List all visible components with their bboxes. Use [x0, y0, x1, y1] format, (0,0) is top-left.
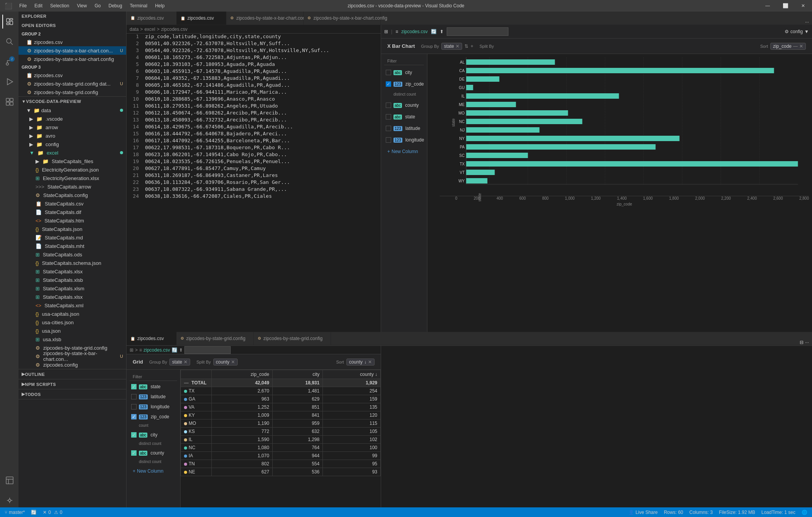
- col-city[interactable]: abc city: [384, 68, 424, 77]
- open-editor-bar-chart-config[interactable]: ⚙ zipcodes-by-state-x-bar-chart.con... U: [19, 46, 126, 55]
- live-share-status[interactable]: 👤 Live Share: [628, 510, 658, 515]
- lower-bc-zipcodes[interactable]: zipcodes.csv: [143, 347, 170, 353]
- grid-group-by-tag[interactable]: state ✕: [169, 359, 190, 365]
- tab-zipcodes-csv-1[interactable]: 📋 zipcodes.csv ✕: [127, 12, 177, 25]
- toolbar-save-icon[interactable]: ⬆: [440, 29, 444, 34]
- tab-zipcodes-csv-2[interactable]: 📋 zipcodes.csv ✕: [177, 12, 227, 25]
- grid-col-city[interactable]: ✓ abc city: [130, 431, 177, 439]
- tree-statecapitals-xlsx[interactable]: ⊞StateCapitals.xlsx: [19, 267, 126, 276]
- npm-scripts-header[interactable]: ▶ NPM SCRIPTS: [19, 379, 126, 389]
- sort-tag[interactable]: zip_code — ✕: [770, 43, 806, 50]
- lower-bc-data[interactable]: ⊞: [130, 347, 133, 353]
- tree-statecapitals-xlsm[interactable]: ⊞StateCapitals.xlsm: [19, 284, 126, 293]
- lower-more-icon[interactable]: ···: [805, 340, 809, 345]
- lower-bc-list[interactable]: ≡: [139, 347, 142, 353]
- columns-status[interactable]: Columns: 3: [689, 510, 713, 515]
- tree-statecapitals-files[interactable]: ▶📁StateCapitals_files: [19, 157, 126, 165]
- grid-col-longitude-cb[interactable]: [131, 404, 137, 409]
- tab-grid-config-1[interactable]: ⚙ zipcodes-by-state-grid.config ✕: [177, 332, 254, 345]
- grid-new-column-button[interactable]: +New Column: [130, 467, 177, 475]
- activity-gitlens[interactable]: [2, 493, 16, 507]
- grid-col-county-cb[interactable]: ✓: [131, 450, 137, 456]
- breadcrumb-data[interactable]: data: [130, 27, 138, 32]
- open-editor-zipcodes-csv[interactable]: 📋 zipcodes.csv: [19, 38, 126, 46]
- tree-statecapitals-config[interactable]: ⚙StateCapitals.config: [19, 191, 126, 199]
- group-by-tag[interactable]: state ✕: [441, 43, 462, 50]
- tree-electricity-json[interactable]: {}ElectricityGeneration.json: [19, 165, 126, 174]
- col-latitude-checkbox[interactable]: [386, 126, 391, 131]
- tree-statecapitals-xml[interactable]: <>StateCapitals.xml: [19, 301, 126, 310]
- tree-electricity-xlsx[interactable]: ⊞ElectricityGeneration.xlsx: [19, 174, 126, 182]
- lower-bc-save[interactable]: ⬆: [179, 347, 183, 353]
- sort-remove[interactable]: —: [793, 44, 798, 49]
- menu-go[interactable]: Go: [91, 0, 105, 12]
- tree-statecapitals-md[interactable]: 📝StateCapitals.md: [19, 233, 126, 242]
- menu-selection[interactable]: Selection: [46, 0, 73, 12]
- tree-config[interactable]: ▶📁config: [19, 140, 126, 148]
- col-header-city[interactable]: city: [272, 370, 322, 379]
- lower-bc-refresh[interactable]: 🔄: [172, 347, 177, 353]
- tab-grid-config-2[interactable]: ⚙ zipcodes-by-state-grid.config ✕: [254, 332, 331, 345]
- group-by-remove[interactable]: ✕: [456, 44, 459, 49]
- toolbar-grid-icon[interactable]: ⊞: [384, 29, 388, 34]
- grid-col-zipcode[interactable]: ✓ 123 zip_code: [130, 413, 177, 421]
- activity-data-preview[interactable]: [2, 473, 16, 487]
- tree-usa-cities[interactable]: {}usa-cities.json: [19, 318, 126, 327]
- open-editors-header[interactable]: OPEN EDITORS: [19, 21, 126, 30]
- tree-statecapitals-dif[interactable]: 📄StateCapitals.dif: [19, 208, 126, 216]
- grid-col-county[interactable]: ✓ abc county: [130, 449, 177, 457]
- col-latitude[interactable]: 123 latitude: [384, 124, 424, 133]
- menu-file[interactable]: File: [15, 0, 30, 12]
- maximize-button[interactable]: ⬜: [777, 0, 794, 12]
- close-button[interactable]: ✕: [794, 0, 812, 12]
- grid-col-latitude[interactable]: 123 latitude: [130, 392, 177, 401]
- grid-col-latitude-cb[interactable]: [131, 394, 137, 399]
- col-header-county[interactable]: county ↓: [323, 370, 381, 379]
- tree-statecapitals-xlsx2[interactable]: ⊞StateCapitals.xlsx: [19, 293, 126, 301]
- menu-help[interactable]: Help: [151, 0, 169, 12]
- grid-col-city-cb[interactable]: ✓: [131, 432, 137, 438]
- tree-data[interactable]: ▼ 📁 data: [19, 106, 126, 115]
- tree-usa-xlsb[interactable]: ⊞usa.xlsb: [19, 335, 126, 344]
- col-longitude-checkbox[interactable]: [386, 137, 391, 143]
- col-county[interactable]: abc county: [384, 101, 424, 109]
- vscode-data-preview-header[interactable]: ▼ VSCODE-DATA-PREVIEW: [19, 97, 126, 106]
- filesize-status[interactable]: FileSize: 1.92 MB: [719, 510, 755, 515]
- menu-debug[interactable]: Debug: [105, 0, 126, 12]
- col-longitude[interactable]: 123 longitude: [384, 136, 424, 144]
- new-column-button[interactable]: +New Column: [384, 147, 424, 156]
- col-zipcode[interactable]: ✓ 123 zip_code: [384, 80, 424, 88]
- tree-statecapitals-schema[interactable]: {}StateCapitals.schema.json: [19, 259, 126, 267]
- breadcrumb-excel[interactable]: excel: [144, 27, 155, 32]
- errors-status[interactable]: ✕ 0 ⚠ 0: [43, 510, 62, 515]
- lower-search-input[interactable]: [184, 346, 231, 354]
- menu-edit[interactable]: Edit: [30, 0, 46, 12]
- grid-col-zipcode-cb[interactable]: ✓: [131, 414, 137, 419]
- activity-explorer[interactable]: [2, 15, 16, 29]
- tree-excel[interactable]: ▼📁excel: [19, 148, 126, 157]
- tree-statecapitals-mht[interactable]: 📄StateCapitals.mht: [19, 242, 126, 250]
- activity-search[interactable]: [2, 35, 16, 49]
- tree-statecapitals-json[interactable]: {}StateCapitals.json: [19, 225, 126, 233]
- tree-statecapitals-arrow[interactable]: >>>StateCapitals.arrow: [19, 182, 126, 191]
- toolbar-search-input[interactable]: [447, 27, 508, 36]
- rows-status[interactable]: Rows: 60: [664, 510, 683, 515]
- more-tabs-icon[interactable]: ···: [805, 19, 809, 25]
- minimize-button[interactable]: —: [759, 0, 777, 12]
- col-zipcode-checkbox[interactable]: ✓: [386, 81, 391, 87]
- grid-col-state[interactable]: ✓ abc state: [130, 382, 177, 391]
- grid-col-state-cb[interactable]: ✓: [131, 384, 137, 389]
- sync-status[interactable]: 🔄: [31, 510, 37, 515]
- open-editor-zipcodes-csv-3[interactable]: 📋 zipcodes.csv: [19, 71, 126, 79]
- grid-split-by-tag[interactable]: county ✕: [213, 359, 238, 365]
- grid-col-longitude[interactable]: 123 longitude: [130, 402, 177, 411]
- tree-statecapitals-csv[interactable]: 📋StateCapitals.csv: [19, 199, 126, 208]
- toolbar-list-icon[interactable]: ≡: [395, 29, 398, 34]
- tab-bar-chart-config-2[interactable]: ⚙ zipcodes-by-state-x-bar-chart.config ✕: [304, 12, 381, 25]
- grid-table-container[interactable]: zip_code city county ↓ — TOTAL: [181, 370, 381, 507]
- git-branch-status[interactable]: ⑂ master*: [5, 510, 25, 515]
- toolbar-refresh-icon[interactable]: 🔄: [431, 29, 437, 34]
- grid-sort-arrow[interactable]: ↓: [364, 359, 366, 365]
- activity-extensions[interactable]: [2, 95, 16, 109]
- activity-run[interactable]: [2, 75, 16, 89]
